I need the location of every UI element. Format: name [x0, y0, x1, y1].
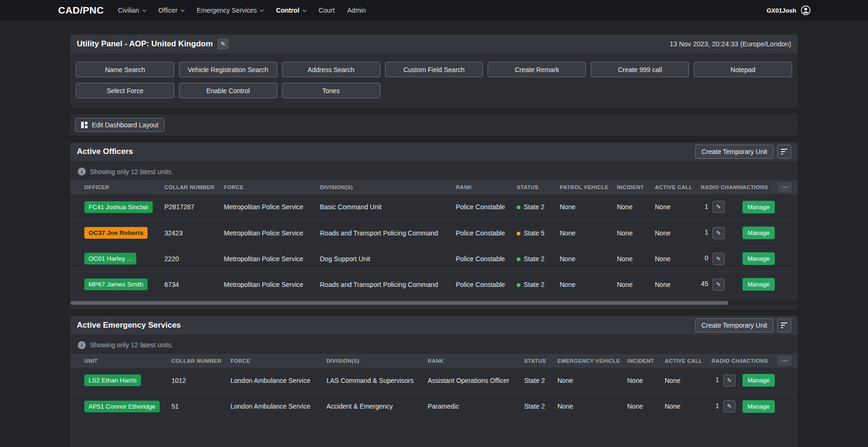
more-horizontal-icon: ⋯ [782, 185, 788, 190]
create-remark-button[interactable]: Create Remark [488, 62, 586, 77]
cell-incident: None [617, 246, 655, 271]
edit-radio-channel-button[interactable]: ✎ [712, 227, 725, 239]
nav-emergency-services[interactable]: Emergency Services [197, 7, 263, 14]
cell-incident: None [627, 394, 665, 419]
cell-force: London Ambulance Service [230, 368, 326, 394]
cell-active-call: None [655, 194, 701, 220]
cell-radio-channel: 1✎ [712, 368, 742, 394]
chevron-down-icon [142, 7, 146, 11]
col-officer: OFFICER [70, 180, 164, 194]
info-icon: i [78, 168, 86, 176]
officer-unit-badge[interactable]: MP67 James Smith [84, 278, 148, 290]
officer-row: FC41 Joshua Sinclair P2817287 Metropolit… [70, 194, 798, 220]
ems-unit-badge[interactable]: AP51 Connor Etheridge [84, 401, 160, 412]
vehicle-registration-search-button[interactable]: Vehicle Registration Search [179, 62, 277, 77]
officer-unit-badge[interactable]: OC01 Harley ... [84, 253, 136, 264]
edit-radio-channel-button[interactable]: ✎ [723, 374, 735, 387]
officer-row: OC01 Harley ... 2220 Metropolitan Police… [70, 246, 798, 271]
cell-collar: 51 [171, 394, 230, 419]
nav-court[interactable]: Court [319, 7, 334, 14]
col-rank: RANK [456, 180, 517, 194]
enable-control-button[interactable]: Enable Control [179, 83, 277, 98]
manage-button[interactable]: Manage [742, 252, 775, 265]
cell-officer: MP67 James Smith [70, 271, 164, 297]
tones-button[interactable]: Tones [282, 83, 380, 98]
ems-info-text: Showing only 12 latest units. [90, 341, 173, 349]
nav-civilian-label: Civilian [118, 7, 139, 14]
col-radio-channel: RADIO CHANNEL [701, 180, 742, 194]
cell-radio-channel: 45✎ [701, 271, 742, 297]
cell-incident: None [617, 271, 655, 297]
cell-incident: None [617, 220, 655, 246]
name-search-button[interactable]: Name Search [76, 62, 174, 77]
cell-collar: P2817287 [164, 194, 224, 220]
cell-division: Dog Support Unit [320, 246, 456, 271]
cell-actions: Manage [742, 246, 778, 271]
utility-buttons-row-2: Select Force Enable Control Tones [76, 83, 792, 98]
cell-rank: Police Constable [456, 246, 517, 271]
main-navigation: Civilian Officer Emergency Services Cont… [118, 7, 366, 14]
cell-force: London Ambulance Service [230, 394, 326, 419]
manage-button[interactable]: Manage [742, 278, 775, 291]
scrollbar-thumb[interactable] [70, 301, 728, 305]
cell-radio-channel: 0✎ [701, 246, 742, 271]
cell-incident: None [617, 194, 655, 220]
edit-dashboard-layout-button[interactable]: Edit Dashboard Layout [75, 118, 164, 132]
cell-patrol-vehicle: None [560, 246, 617, 271]
filter-button[interactable] [777, 145, 791, 159]
manage-button[interactable]: Manage [742, 400, 775, 413]
cell-status: State 2 [517, 246, 560, 271]
column-options-button[interactable]: ⋯ [778, 183, 792, 192]
nav-control-label: Control [276, 7, 299, 14]
nav-officer[interactable]: Officer [158, 7, 184, 14]
ems-unit-badge[interactable]: LS2 Ethan Harris [84, 374, 141, 386]
manage-button[interactable]: Manage [742, 227, 775, 239]
edit-radio-channel-button[interactable]: ✎ [712, 201, 725, 213]
app-logo[interactable]: CAD/PNC [58, 5, 104, 16]
user-menu[interactable]: GX01Josh [766, 5, 811, 15]
manage-button[interactable]: Manage [742, 374, 775, 387]
edit-radio-channel-button[interactable]: ✎ [712, 253, 725, 265]
active-ems-table: UNIT COLLAR NUMBER FORCE DIVISION(S) RAN… [70, 354, 798, 420]
nav-civilian[interactable]: Civilian [118, 7, 146, 14]
col-rank: RANK [428, 354, 524, 368]
col-collar-number: COLLAR NUMBER [171, 354, 230, 368]
officer-unit-badge[interactable]: OC37 Joe Roberts [84, 227, 148, 239]
pencil-icon: ✎ [727, 403, 732, 410]
cell-collar: 2220 [164, 246, 224, 271]
col-active-call: ACTIVE CALL [665, 354, 712, 368]
filter-button[interactable] [777, 318, 791, 332]
create-999-call-button[interactable]: Create 999 call [591, 62, 689, 77]
create-temporary-unit-button[interactable]: Create Temporary Unit [695, 318, 773, 332]
nav-admin[interactable]: Admin [347, 7, 366, 14]
edit-radio-channel-button[interactable]: ✎ [712, 278, 725, 291]
notepad-button[interactable]: Notepad [694, 62, 792, 77]
column-options-button[interactable]: ⋯ [778, 356, 792, 366]
more-horizontal-icon: ⋯ [782, 359, 788, 363]
active-ems-title: Active Emergency Services [77, 321, 181, 330]
filter-icon [781, 149, 787, 154]
chevron-down-icon [303, 7, 306, 11]
cell-officer: FC41 Joshua Sinclair [70, 194, 164, 220]
manage-button[interactable]: Manage [742, 201, 775, 213]
address-search-button[interactable]: Address Search [282, 62, 380, 77]
cell-actions: Manage [742, 394, 778, 419]
cell-patrol-vehicle: None [560, 271, 617, 297]
info-icon: i [78, 341, 86, 349]
col-incident: INCIDENT [627, 354, 665, 368]
select-force-button[interactable]: Select Force [76, 83, 174, 98]
horizontal-scrollbar[interactable] [70, 301, 798, 305]
officer-unit-badge[interactable]: FC41 Joshua Sinclair [84, 201, 153, 213]
filter-icon [781, 322, 787, 328]
col-patrol-vehicle: PATROL VEHICLE [560, 180, 617, 194]
nav-officer-label: Officer [158, 7, 178, 14]
edit-radio-channel-button[interactable]: ✎ [723, 400, 735, 412]
create-temporary-unit-button[interactable]: Create Temporary Unit [695, 145, 773, 159]
custom-field-search-button[interactable]: Custom Field Search [385, 62, 483, 77]
edit-dashboard-layout-label: Edit Dashboard Layout [92, 121, 158, 129]
cell-rank: Police Constable [456, 194, 517, 220]
edit-aop-button[interactable]: ✎ [217, 38, 229, 50]
nav-control[interactable]: Control [276, 7, 306, 14]
cell-patrol-vehicle: None [560, 194, 617, 220]
active-officers-actions: Create Temporary Unit [695, 145, 791, 159]
